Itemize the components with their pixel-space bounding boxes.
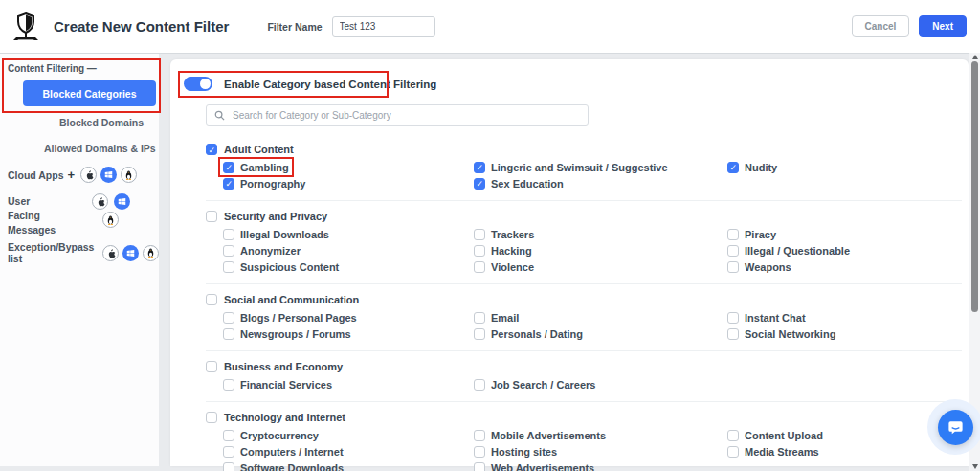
subcategory-label: Email — [491, 312, 519, 324]
subcategory-checkbox[interactable] — [223, 430, 234, 441]
subcategory-checkbox[interactable] — [223, 261, 234, 273]
chat-widget-button[interactable] — [938, 410, 973, 445]
sidebar-item-exception-bypass: Exception/Bypass list — [8, 241, 159, 264]
subcategory-item[interactable]: Sex Education — [471, 175, 567, 191]
category-checkbox[interactable] — [206, 361, 217, 372]
subcategory-item[interactable]: Personals / Dating — [471, 325, 586, 342]
subcategory-checkbox[interactable] — [727, 312, 739, 324]
windows-icon[interactable] — [114, 193, 130, 210]
apple-icon[interactable] — [102, 245, 119, 261]
subcategory-checkbox[interactable] — [474, 462, 485, 471]
sidebar-item-cloud-apps: Cloud Apps + — [8, 167, 137, 183]
subcategory-item[interactable]: Social Networking — [724, 325, 838, 342]
subcategory-checkbox[interactable] — [223, 328, 234, 340]
subcategory-label: Gambling — [240, 162, 289, 173]
subcategory-checkbox[interactable] — [727, 430, 739, 441]
subcategory-label: Hacking — [491, 245, 532, 257]
subcategory-item[interactable]: Media Streams — [724, 443, 822, 460]
subcategory-checkbox[interactable] — [474, 430, 485, 441]
subcategory-checkbox[interactable] — [474, 245, 485, 257]
subcategory-checkbox[interactable] — [474, 261, 485, 273]
subcategory-checkbox[interactable] — [223, 312, 234, 324]
cloud-apps-label: Cloud Apps — [8, 169, 64, 181]
subcategory-item[interactable]: Anonymizer — [220, 242, 303, 258]
scroll-up-arrow-icon[interactable] — [972, 55, 978, 59]
enable-category-filtering-toggle[interactable] — [184, 77, 212, 91]
linux-icon[interactable] — [143, 245, 159, 261]
subcategory-checkbox[interactable] — [223, 379, 234, 391]
category-checkbox[interactable] — [206, 144, 217, 155]
subcategory-label: Social Networking — [745, 328, 835, 340]
subcategory-checkbox[interactable] — [223, 245, 234, 257]
sidebar-item-blocked-categories[interactable]: Blocked Categories — [23, 80, 156, 106]
subcategory-label: Pornography — [240, 178, 305, 190]
category-section: Business and EconomyFinancial ServicesJo… — [206, 351, 962, 402]
plus-icon[interactable]: + — [68, 168, 76, 182]
apple-icon[interactable] — [92, 193, 108, 210]
subcategory-item[interactable]: Web Advertisements — [471, 460, 597, 471]
subcategory-item[interactable]: Nudity — [724, 159, 780, 175]
category-column: Lingerie and Swimsuit / SuggestiveSex Ed… — [471, 159, 724, 191]
linux-icon[interactable] — [102, 212, 119, 228]
subcategory-item[interactable]: Gambling — [220, 159, 292, 175]
subcategory-item[interactable]: Job Search / Careers — [471, 376, 598, 392]
sidebar-item-blocked-domains[interactable]: Blocked Domains — [59, 117, 144, 128]
cancel-button[interactable]: Cancel — [852, 15, 910, 37]
subcategory-checkbox[interactable] — [474, 379, 485, 391]
subcategory-item[interactable]: Pornography — [220, 175, 308, 191]
category-checkbox[interactable] — [206, 294, 217, 305]
next-button[interactable]: Next — [919, 15, 967, 37]
subcategory-checkbox[interactable] — [474, 312, 485, 324]
subcategory-checkbox[interactable] — [727, 229, 739, 240]
category-section: Technology and InternetCryptocurrencyCom… — [206, 402, 962, 471]
subcategory-item[interactable]: Weapons — [724, 258, 794, 275]
subcategory-item[interactable]: Hacking — [471, 242, 535, 258]
subcategory-checkbox[interactable] — [474, 328, 485, 340]
subcategory-item[interactable]: Cryptocurrency — [220, 427, 322, 443]
category-checkbox[interactable] — [206, 211, 217, 222]
apple-icon[interactable] — [80, 167, 97, 183]
subcategory-checkbox[interactable] — [223, 178, 234, 190]
scroll-down-arrow-icon[interactable] — [972, 464, 978, 469]
filter-name-input[interactable] — [332, 16, 435, 37]
subcategory-item[interactable]: Violence — [471, 258, 537, 275]
subcategory-item[interactable]: Instant Chat — [724, 309, 809, 325]
subcategory-item[interactable]: Lingerie and Swimsuit / Suggestive — [471, 159, 671, 175]
subcategory-checkbox[interactable] — [727, 261, 739, 273]
subcategory-item[interactable]: Content Upload — [724, 427, 826, 443]
subcategory-item[interactable]: Hosting sites — [471, 443, 560, 460]
scrollbar-thumb[interactable] — [971, 61, 978, 312]
subcategory-checkbox[interactable] — [727, 162, 739, 173]
subcategory-checkbox[interactable] — [474, 178, 485, 190]
sidebar-item-allowed-domains[interactable]: Allowed Domains & IPs — [44, 143, 156, 154]
subcategory-checkbox[interactable] — [727, 446, 739, 458]
subcategory-checkbox[interactable] — [223, 462, 234, 471]
subcategory-item[interactable]: Computers / Internet — [220, 443, 346, 460]
category-label: Social and Communication — [224, 294, 359, 305]
subcategory-checkbox[interactable] — [727, 328, 739, 340]
search-input[interactable] — [231, 109, 580, 122]
subcategory-item[interactable]: Suspicious Content — [220, 258, 342, 275]
subcategory-checkbox[interactable] — [727, 245, 739, 257]
subcategory-item[interactable]: Blogs / Personal Pages — [220, 309, 360, 325]
category-checkbox[interactable] — [206, 412, 217, 423]
subcategory-item[interactable]: Newsgroups / Forums — [220, 325, 354, 342]
subcategory-item[interactable]: Email — [471, 309, 522, 325]
subcategory-checkbox[interactable] — [474, 229, 485, 240]
subcategory-item[interactable]: Illegal / Questionable — [724, 242, 853, 258]
subcategory-checkbox[interactable] — [474, 446, 485, 458]
subcategory-item[interactable]: Illegal Downloads — [220, 226, 332, 242]
subcategory-item[interactable]: Piracy — [724, 226, 779, 242]
category-column: Blogs / Personal PagesNewsgroups / Forum… — [220, 309, 471, 342]
subcategory-item[interactable]: Trackers — [471, 226, 537, 242]
subcategory-item[interactable]: Mobile Advertisements — [471, 427, 609, 443]
windows-icon[interactable] — [122, 245, 139, 261]
windows-icon[interactable] — [100, 167, 117, 183]
subcategory-item[interactable]: Software Downloads — [220, 460, 346, 471]
subcategory-item[interactable]: Financial Services — [220, 376, 335, 392]
subcategory-checkbox[interactable] — [223, 446, 234, 458]
subcategory-checkbox[interactable] — [474, 162, 485, 173]
subcategory-checkbox[interactable] — [223, 229, 234, 240]
subcategory-checkbox[interactable] — [223, 162, 234, 173]
linux-icon[interactable] — [121, 167, 137, 183]
